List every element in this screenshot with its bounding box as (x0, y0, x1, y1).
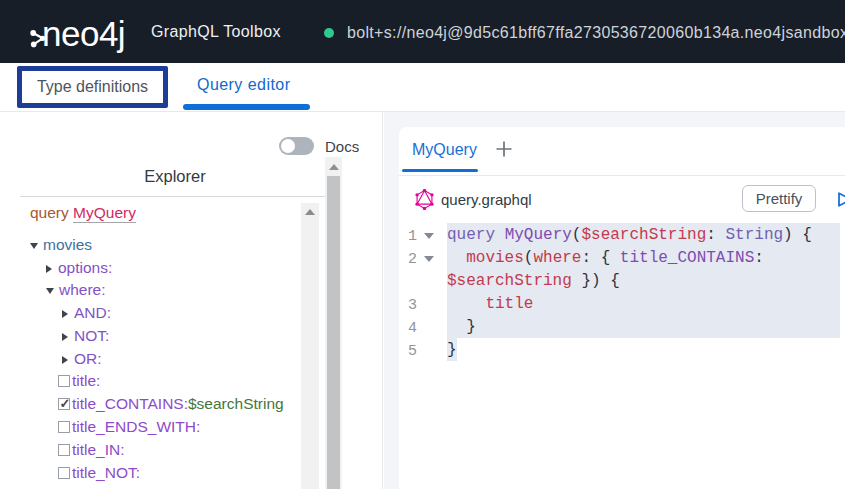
svg-text:neo4j: neo4j (42, 14, 125, 53)
